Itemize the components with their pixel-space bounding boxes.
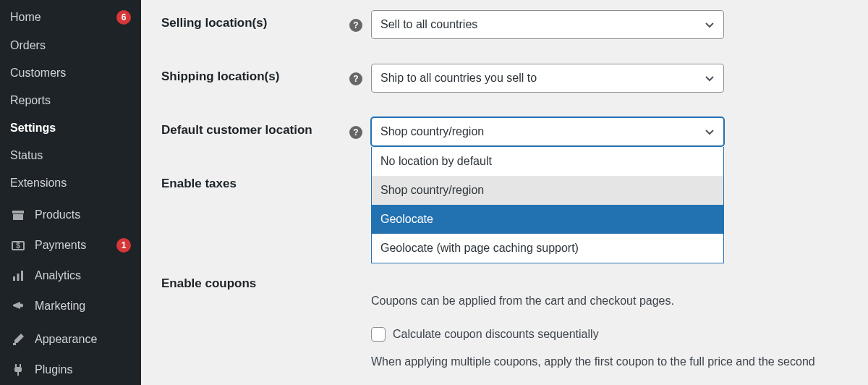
plug-icon	[10, 362, 26, 378]
svg-rect-9	[14, 367, 22, 372]
sidebar-item-marketing[interactable]: Marketing	[0, 291, 141, 321]
coupons-description: Coupons can be applied from the cart and…	[371, 292, 868, 310]
svg-rect-8	[13, 343, 16, 345]
row-shipping-location: Shipping location(s) ? Ship to all count…	[161, 64, 868, 98]
sidebar-item-label: Orders	[10, 39, 131, 52]
checkbox-row-sequential: Calculate coupon discounts sequentially	[371, 326, 868, 343]
row-default-customer-location: Default customer location ? Shop country…	[161, 117, 868, 152]
select-shipping-location[interactable]: Ship to all countries you sell to	[371, 64, 724, 93]
select-value: Shop country/region	[380, 125, 705, 138]
option-geolocate-caching[interactable]: Geolocate (with page caching support)	[372, 234, 723, 263]
sidebar-item-label: Marketing	[35, 300, 131, 313]
sidebar-item-analytics[interactable]: Analytics	[0, 261, 141, 291]
sidebar-item-label: Extensions	[10, 177, 131, 190]
select-value: Sell to all countries	[380, 18, 705, 31]
sidebar-item-plugins[interactable]: Plugins	[0, 355, 141, 385]
sidebar-item-label: Products	[35, 208, 131, 221]
label-enable-coupons: Enable coupons	[161, 271, 349, 291]
sidebar-item-label: Plugins	[35, 363, 131, 376]
help-icon[interactable]: ?	[349, 72, 362, 85]
label-shipping-location: Shipping location(s)	[161, 64, 349, 84]
sidebar-item-appearance[interactable]: Appearance	[0, 324, 141, 355]
sidebar-item-extensions[interactable]: Extensions	[0, 169, 141, 197]
sidebar-item-label: Settings	[10, 122, 131, 135]
sidebar-item-label: Analytics	[35, 269, 131, 282]
sidebar-item-customers[interactable]: Customers	[0, 59, 141, 87]
svg-text:$: $	[16, 242, 20, 250]
option-no-location[interactable]: No location by default	[372, 147, 723, 176]
row-enable-coupons: Enable coupons Coupons can be applied fr…	[161, 271, 868, 371]
svg-rect-1	[13, 214, 23, 220]
sidebar-item-status[interactable]: Status	[0, 142, 141, 169]
sidebar-item-label: Reports	[10, 94, 131, 107]
dropdown-default-customer-location: No location by default Shop country/regi…	[371, 147, 724, 263]
checkbox-sequential-coupons[interactable]	[371, 327, 386, 342]
select-selling-location[interactable]: Sell to all countries	[371, 10, 724, 39]
checkbox-label-sequential: Calculate coupon discounts sequentially	[393, 326, 599, 343]
sidebar-item-reports[interactable]: Reports	[0, 87, 141, 114]
svg-rect-4	[13, 276, 15, 281]
sidebar-item-payments[interactable]: $ Payments 1	[0, 230, 141, 261]
sidebar-item-label: Appearance	[35, 333, 131, 346]
chevron-down-icon	[705, 127, 715, 137]
notification-badge: 6	[116, 10, 131, 25]
sidebar-item-orders[interactable]: Orders	[0, 32, 141, 59]
select-default-customer-location[interactable]: Shop country/region No location by defau…	[371, 117, 724, 146]
sidebar-item-settings[interactable]: Settings	[0, 114, 141, 142]
row-selling-location: Selling location(s) ? Sell to all countr…	[161, 10, 868, 45]
svg-rect-6	[21, 271, 23, 281]
bars-icon	[10, 268, 26, 284]
card-icon: $	[10, 237, 26, 253]
megaphone-icon	[10, 298, 26, 314]
archive-icon	[10, 207, 26, 223]
svg-rect-5	[17, 274, 20, 281]
notification-badge: 1	[116, 238, 131, 253]
admin-sidebar: Home 6 Orders Customers Reports Settings…	[0, 0, 141, 385]
brush-icon	[10, 331, 26, 347]
settings-form: checkout. Selling location(s) ? Sell to …	[141, 0, 868, 385]
label-selling-location: Selling location(s)	[161, 10, 349, 30]
sidebar-item-label: Status	[10, 149, 131, 162]
help-icon[interactable]: ?	[349, 126, 362, 139]
sidebar-item-products[interactable]: Products	[0, 200, 141, 230]
option-geolocate[interactable]: Geolocate	[372, 205, 723, 234]
svg-rect-0	[12, 211, 24, 213]
label-enable-taxes: Enable taxes	[161, 171, 349, 191]
label-default-customer-location: Default customer location	[161, 117, 349, 138]
select-value: Ship to all countries you sell to	[380, 72, 705, 85]
sidebar-item-home[interactable]: Home 6	[0, 0, 141, 32]
sidebar-item-label: Customers	[10, 67, 131, 80]
sidebar-item-label: Home	[10, 11, 112, 24]
chevron-down-icon	[705, 73, 715, 83]
help-icon[interactable]: ?	[349, 19, 362, 32]
chevron-down-icon	[705, 20, 715, 30]
sequential-description: When applying multiple coupons, apply th…	[371, 353, 868, 371]
svg-point-7	[20, 304, 23, 308]
option-shop-country[interactable]: Shop country/region	[372, 176, 723, 205]
sidebar-item-label: Payments	[35, 239, 112, 252]
